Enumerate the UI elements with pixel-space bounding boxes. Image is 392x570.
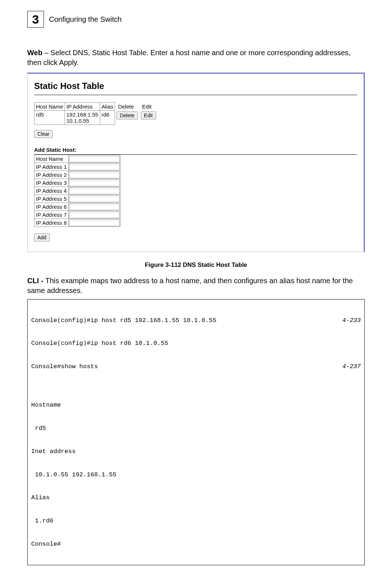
field-label: IP Address 1 — [34, 163, 69, 171]
ip-address-4-input[interactable] — [69, 188, 120, 194]
cli-intro-paragraph: CLI - This example maps two address to a… — [27, 276, 365, 296]
cli-label: CLI - — [27, 277, 45, 285]
ip-address-7-input[interactable] — [69, 212, 120, 218]
col-ip-address: IP Address — [65, 103, 100, 111]
cli-line: Alias — [31, 494, 50, 501]
figure-divider — [34, 95, 357, 95]
ip-address-8-input[interactable] — [69, 220, 120, 226]
page-header: 3 Configuring the Switch — [27, 11, 365, 28]
table-row: rd5 192.168.1.55 10.1.0.55 rd6 Delete Ed… — [34, 111, 158, 125]
host-table: Host Name IP Address Alias Delete Edit r… — [34, 102, 158, 125]
col-delete: Delete — [115, 103, 139, 111]
cli-output-block: Console(config)#ip host rd5 192.168.1.55… — [27, 299, 365, 565]
cli-line: Console(config)#ip host rd6 10.1.0.55 — [31, 339, 168, 347]
chapter-title: Configuring the Switch — [49, 15, 122, 24]
col-host-name: Host Name — [34, 103, 65, 111]
cli-intro-text: This example maps two address to a host … — [27, 277, 353, 294]
figure-title: Static Host Table — [34, 81, 357, 91]
web-intro-text: – Select DNS, Static Host Table. Enter a… — [27, 49, 351, 66]
cell-ip-address: 192.168.1.55 10.1.0.55 — [65, 111, 100, 125]
clear-button[interactable]: Clear — [34, 130, 53, 138]
cli-line: Console#show hosts — [31, 363, 98, 370]
field-label: IP Address 6 — [34, 203, 69, 211]
cli-line: 10.1.0.55 192.168.1.55 — [31, 471, 117, 479]
field-label: IP Address 5 — [34, 195, 69, 203]
col-alias: Alias — [100, 103, 115, 111]
ip-address-3-input[interactable] — [69, 180, 120, 186]
field-label: IP Address 8 — [34, 219, 69, 227]
web-intro-paragraph: Web – Select DNS, Static Host Table. Ent… — [27, 48, 365, 68]
ip-address-2-input[interactable] — [69, 172, 120, 178]
host-name-input[interactable] — [69, 156, 120, 162]
cli-line: Inet address — [31, 448, 75, 455]
ip-address-6-input[interactable] — [69, 204, 120, 210]
add-button[interactable]: Add — [34, 233, 50, 241]
edit-button[interactable]: Edit — [141, 111, 156, 119]
chapter-number: 3 — [32, 12, 39, 27]
cli-line: 1.rd6 — [31, 517, 53, 525]
ip-address-1-input[interactable] — [69, 164, 120, 170]
web-label: Web — [27, 49, 42, 57]
add-static-host-table: Host Name IP Address 1 IP Address 2 IP A… — [34, 155, 121, 227]
field-label: IP Address 7 — [34, 211, 69, 219]
cli-line: Hostname — [31, 401, 61, 409]
field-label: IP Address 2 — [34, 171, 69, 179]
field-label: IP Address 3 — [34, 179, 69, 187]
col-edit: Edit — [139, 103, 158, 111]
host-table-header-row: Host Name IP Address Alias Delete Edit — [34, 103, 158, 111]
delete-button[interactable]: Delete — [117, 111, 138, 119]
field-label: Host Name — [34, 155, 69, 163]
cli-ref: 4-233 — [342, 317, 361, 324]
ip-address-5-input[interactable] — [69, 196, 120, 202]
figure-frame: Static Host Table Host Name IP Address A… — [27, 73, 365, 252]
cell-alias: rd6 — [100, 111, 115, 125]
cell-host-name: rd5 — [34, 111, 65, 125]
cli-line: Console# — [31, 540, 61, 548]
field-label: IP Address 4 — [34, 187, 69, 195]
cli-line: rd5 — [31, 424, 46, 432]
chapter-number-box: 3 — [27, 11, 44, 28]
add-static-host-title: Add Static Host: — [34, 147, 357, 153]
figure-caption: Figure 3-112 DNS Static Host Table — [27, 261, 365, 269]
cli-ref: 4-237 — [342, 363, 361, 370]
cli-line: Console(config)#ip host rd5 192.168.1.55… — [31, 317, 216, 324]
